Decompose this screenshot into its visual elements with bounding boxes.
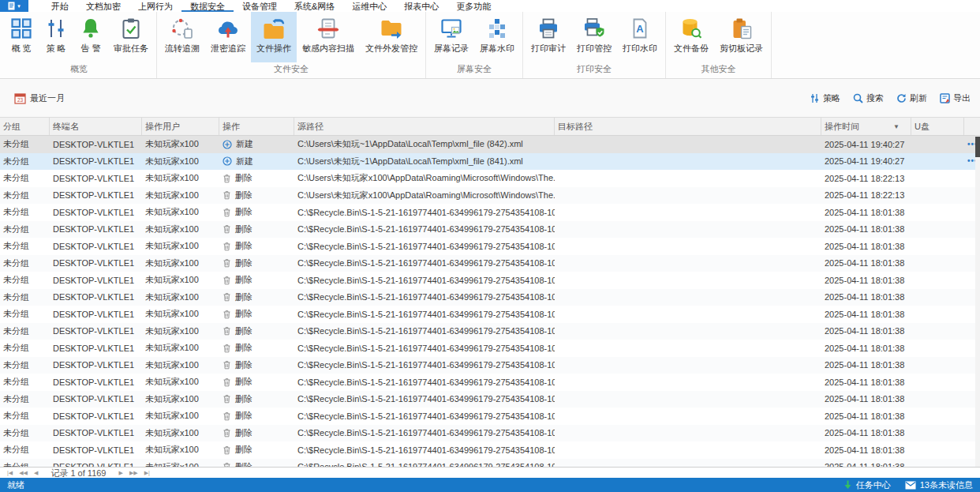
ribbon-group-label: 概览	[4, 62, 154, 79]
ribbon-button-leak-tracking[interactable]: 泄密追踪	[205, 12, 251, 62]
unread-messages-button[interactable]: 13条未读信息	[905, 479, 973, 491]
operation-label: 删除	[235, 240, 252, 252]
cell-op: 删除	[219, 240, 294, 252]
fast-next-button[interactable]: ▶▶	[126, 468, 141, 478]
ribbon-button-print-audit[interactable]: 打印审计	[526, 12, 571, 62]
table-row[interactable]: 未分组DESKTOP-VLKTLE1未知玩家x100删除C:\$Recycle.…	[0, 289, 980, 306]
cell-user: 未知玩家x100	[142, 461, 219, 467]
table-row[interactable]: 未分组DESKTOP-VLKTLE1未知玩家x100删除C:\$Recycle.…	[0, 340, 980, 357]
column-header-user[interactable]: 操作用户	[142, 118, 219, 135]
menu-tab-operations-center[interactable]: 运维中心	[343, 0, 395, 12]
menu-tab-start[interactable]: 开始	[43, 0, 77, 12]
cell-terminal: DESKTOP-VLKTLE1	[50, 292, 142, 302]
table-row[interactable]: 未分组DESKTOP-VLKTLE1未知玩家x100删除C:\$Recycle.…	[0, 306, 980, 323]
cell-user: 未知玩家x100	[142, 308, 219, 320]
cell-terminal: DESKTOP-VLKTLE1	[50, 140, 142, 149]
menu-tab-report-center[interactable]: 报表中心	[395, 0, 447, 12]
column-header-operation-time[interactable]: 操作时间▼	[821, 118, 911, 135]
cell-user: 未知玩家x100	[142, 172, 219, 184]
record-navigator: |◀ ◀◀ ◀ 记录 1 of 1169 ▶ ▶▶ ▶|	[0, 467, 980, 478]
menu-tab-document-encryption[interactable]: 文档加密	[77, 0, 129, 12]
column-header-group[interactable]: 分组	[0, 118, 50, 135]
ribbon-button-print-watermark[interactable]: A 打印水印	[617, 12, 663, 62]
ribbon-button-screen-record[interactable]: 屏幕记录	[428, 12, 474, 62]
ribbon-button-screen-watermark[interactable]: 屏幕水印	[474, 12, 520, 62]
column-header-operation[interactable]: 操作	[219, 118, 294, 135]
column-header-spacer	[964, 118, 980, 135]
ribbon-group-print-security: 打印审计 打印管控 A 打印水印 打印安全	[523, 12, 666, 78]
cell-user: 未知玩家x100	[142, 427, 219, 439]
column-header-usb[interactable]: U盘	[911, 118, 964, 135]
table-row[interactable]: 未分组DESKTOP-VLKTLE1未知玩家x100删除C:\$Recycle.…	[0, 204, 980, 221]
table-row[interactable]: 未分组DESKTOP-VLKTLE1未知玩家x100删除C:\$Recycle.…	[0, 374, 980, 391]
menu-tab-more-features[interactable]: 更多功能	[447, 0, 499, 12]
app-menu-button[interactable]: ▾	[0, 0, 28, 12]
menu-tab-data-security[interactable]: 数据安全	[181, 0, 234, 12]
task-center-button[interactable]: 任务中心	[843, 479, 891, 491]
next-record-button[interactable]: ▶	[116, 468, 126, 478]
prev-record-button[interactable]: ◀	[31, 468, 41, 478]
table-row[interactable]: 未分组DESKTOP-VLKTLE1未知玩家x100新建C:\Users\未知玩…	[0, 153, 980, 171]
cell-user: 未知玩家x100	[142, 359, 219, 371]
first-page-button[interactable]: |◀	[4, 468, 16, 478]
cell-terminal: DESKTOP-VLKTLE1	[50, 428, 142, 438]
table-row[interactable]: 未分组DESKTOP-VLKTLE1未知玩家x100新建C:\Users\未知玩…	[0, 136, 980, 153]
ribbon-button-file-backup[interactable]: 文件备份	[668, 12, 714, 62]
last-page-button[interactable]: ▶|	[141, 468, 153, 478]
ribbon-button-overview[interactable]: 概 览	[4, 12, 39, 62]
column-header-target-path[interactable]: 目标路径	[555, 118, 821, 135]
table-row[interactable]: 未分组DESKTOP-VLKTLE1未知玩家x100删除C:\$Recycle.…	[0, 238, 980, 255]
table-row[interactable]: 未分组DESKTOP-VLKTLE1未知玩家x100删除C:\$Recycle.…	[0, 407, 980, 425]
table-row[interactable]: 未分组DESKTOP-VLKTLE1未知玩家x100删除C:\$Recycle.…	[0, 272, 980, 289]
ribbon-group-label: 打印安全	[526, 62, 663, 79]
table-row[interactable]: 未分组DESKTOP-VLKTLE1未知玩家x100删除C:\Users\未知玩…	[0, 170, 980, 187]
fast-prev-button[interactable]: ◀◀	[16, 468, 31, 478]
refresh-button[interactable]: 刷新	[896, 92, 927, 104]
operation-label: 新建	[236, 138, 253, 150]
cell-source: C:\$Recycle.Bin\S-1-5-21-1619774401-6349…	[294, 411, 555, 421]
grid-icon	[9, 17, 33, 40]
ribbon-button-sensitive-content-scan[interactable]: 敏感内容扫描	[297, 12, 360, 62]
table-row[interactable]: 未分组DESKTOP-VLKTLE1未知玩家x100删除C:\$Recycle.…	[0, 357, 980, 374]
ribbon-button-file-operations[interactable]: 文件操作	[251, 12, 297, 62]
table-row[interactable]: 未分组DESKTOP-VLKTLE1未知玩家x100删除C:\$Recycle.…	[0, 255, 980, 272]
plus-circle-icon	[223, 140, 232, 149]
vertical-scrollbar[interactable]	[975, 136, 980, 467]
ribbon-button-policy[interactable]: 策 略	[39, 12, 73, 62]
cell-time: 2025-04-11 18:01:38	[821, 428, 911, 438]
cell-user: 未知玩家x100	[142, 291, 219, 303]
ribbon-button-alert[interactable]: 告 警	[73, 12, 108, 62]
caret-down-icon: ▾	[17, 3, 21, 9]
menu-tabs: 开始 文档加密 上网行为 数据安全 设备管理 系统&网络 运维中心 报表中心 更…	[43, 0, 499, 12]
table-row[interactable]: 未分组DESKTOP-VLKTLE1未知玩家x100删除C:\$Recycle.…	[0, 221, 980, 238]
ribbon-button-label: 告 警	[80, 43, 100, 54]
table-row[interactable]: 未分组DESKTOP-VLKTLE1未知玩家x100删除C:\$Recycle.…	[0, 391, 980, 408]
ribbon-button-print-control[interactable]: 打印管控	[571, 12, 617, 62]
sliders-icon	[44, 17, 68, 40]
table-row[interactable]: 未分组DESKTOP-VLKTLE1未知玩家x100删除C:\$Recycle.…	[0, 323, 980, 340]
ribbon-button-flow-trace[interactable]: 流转追溯	[159, 12, 205, 62]
menu-tab-internet-behavior[interactable]: 上网行为	[129, 0, 181, 12]
trash-icon	[223, 190, 231, 200]
row-actions-button[interactable]: •••	[964, 157, 975, 165]
column-header-source-path[interactable]: 源路径	[294, 118, 555, 135]
ribbon-button-file-outgoing-control[interactable]: 文件外发管控	[360, 12, 423, 62]
cell-time: 2025-04-11 19:40:27	[821, 156, 911, 166]
date-range-filter[interactable]: 23 最近一月	[14, 92, 65, 104]
scrollbar-thumb[interactable]	[975, 137, 980, 157]
policy-button[interactable]: 策略	[810, 92, 840, 104]
column-header-terminal[interactable]: 终端名	[50, 118, 142, 135]
cell-time: 2025-04-11 18:01:38	[821, 394, 911, 404]
menu-tab-device-management[interactable]: 设备管理	[234, 0, 286, 12]
table-row[interactable]: 未分组DESKTOP-VLKTLE1未知玩家x100删除C:\$Recycle.…	[0, 425, 980, 442]
search-button[interactable]: 搜索	[853, 92, 884, 104]
table-row[interactable]: 未分组DESKTOP-VLKTLE1未知玩家x100删除C:\Users\未知玩…	[0, 187, 980, 205]
ribbon-button-approval-tasks[interactable]: 审批任务	[108, 12, 154, 62]
row-actions-button[interactable]: •••	[964, 141, 975, 148]
table-row[interactable]: 未分组DESKTOP-VLKTLE1未知玩家x100删除C:\$Recycle.…	[0, 441, 980, 459]
table-row[interactable]: 未分组DESKTOP-VLKTLE1未知玩家x100删除C:\$Recycle.…	[0, 459, 980, 468]
filter-dropdown-icon[interactable]: ▼	[893, 123, 900, 130]
export-button[interactable]: 导出	[940, 92, 971, 104]
menu-tab-system-network[interactable]: 系统&网络	[286, 0, 343, 12]
ribbon-button-clipboard-record[interactable]: 剪切板记录	[714, 12, 769, 62]
